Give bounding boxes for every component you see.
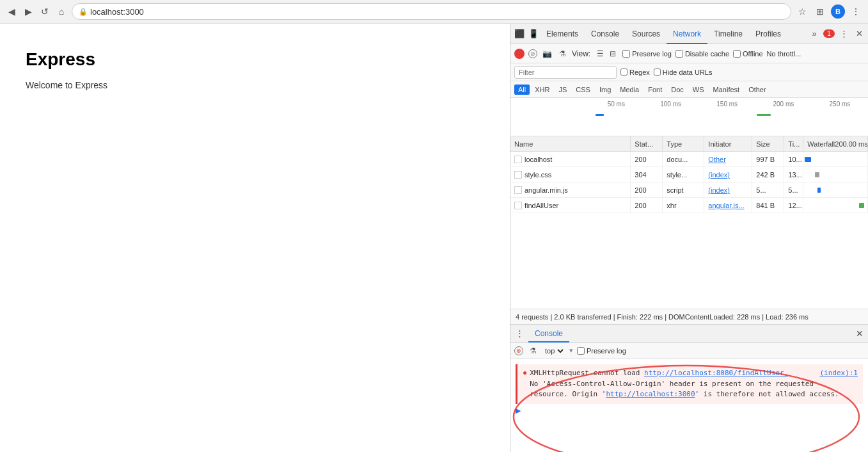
more-tabs-button[interactable]: » xyxy=(808,28,821,40)
console-tab[interactable]: Console xyxy=(528,325,569,343)
regex-option[interactable]: Regex xyxy=(620,69,650,76)
type-tab-xhr[interactable]: XHR xyxy=(531,85,553,95)
td-status-findalluser: 200 xyxy=(631,198,663,213)
table-row[interactable]: findAllUser 200 xhr angular.js... 841 B … xyxy=(510,198,868,213)
devtools-settings-button[interactable]: ⋮ xyxy=(837,28,850,40)
dropdown-chevron: ▾ xyxy=(569,346,573,355)
row-checkbox xyxy=(514,156,522,163)
preserve-log-label[interactable]: Preserve log xyxy=(622,50,672,58)
console-menu-icon[interactable]: ⋮ xyxy=(513,327,526,340)
console-clear-icon[interactable]: ⊗ xyxy=(514,346,523,355)
error-origin-link[interactable]: http://localhost:3000 xyxy=(606,390,695,398)
td-name-angularjs: angular.min.js xyxy=(510,182,631,197)
disable-cache-checkbox[interactable] xyxy=(675,50,683,58)
waterfall-bar-findalluser xyxy=(859,203,864,208)
list-view-icon[interactable]: ☰ xyxy=(594,48,606,60)
type-tab-all[interactable]: All xyxy=(514,85,530,95)
devtools-panel: ⬛ 📱 Elements Console Sources Network Tim… xyxy=(510,24,868,452)
browser-chrome: ◀ ▶ ↺ ⌂ 🔒 localhost:3000 ☆ ⊞ B ⋮ xyxy=(0,0,868,24)
console-context-select[interactable]: top xyxy=(542,346,565,355)
preserve-log-checkbox[interactable] xyxy=(622,50,630,58)
refresh-button[interactable]: ↺ xyxy=(38,5,51,18)
console-error-line3: resource. Origin 'http://localhost:3000'… xyxy=(530,389,858,400)
status-text: 4 requests | 2.0 KB transferred | Finish… xyxy=(516,313,809,321)
console-panel: ⋮ Console ✕ ⊗ ⚗ top ▾ Preserve log xyxy=(510,324,868,452)
td-time-stylecss: 13... xyxy=(784,167,803,182)
type-tab-js[interactable]: JS xyxy=(555,85,571,95)
td-waterfall-angularjs xyxy=(803,182,868,197)
table-row[interactable]: localhost 200 docu... Other 997 B 10... xyxy=(510,152,868,167)
extension-icon[interactable]: ⊞ xyxy=(813,4,827,19)
error-url-link[interactable]: http://localhost:8080/findAllUser. xyxy=(644,369,788,377)
tab-network[interactable]: Network xyxy=(667,24,707,44)
view-label: View: xyxy=(572,49,590,58)
th-name[interactable]: Name xyxy=(510,136,631,151)
th-time[interactable]: Ti... xyxy=(784,136,803,151)
hide-data-urls-option[interactable]: Hide data URLs xyxy=(654,69,713,76)
type-tab-manifest[interactable]: Manifest xyxy=(709,85,744,95)
td-initiator-angularjs: (index) xyxy=(704,182,752,197)
star-icon[interactable]: ☆ xyxy=(795,4,809,19)
type-tab-css[interactable]: CSS xyxy=(572,85,594,95)
record-button[interactable] xyxy=(514,49,525,59)
profile-avatar[interactable]: B xyxy=(831,4,845,19)
regex-checkbox[interactable] xyxy=(620,69,627,76)
timeline-bar-green xyxy=(757,114,771,116)
type-tab-ws[interactable]: WS xyxy=(689,85,708,95)
offline-label[interactable]: Offline xyxy=(733,50,763,58)
lock-icon: 🔒 xyxy=(79,8,88,16)
type-tab-other[interactable]: Other xyxy=(745,85,770,95)
tab-timeline[interactable]: Timeline xyxy=(707,24,749,44)
table-header: Name Stat... Type Initiator Size Ti... W… xyxy=(510,136,868,152)
tab-sources[interactable]: Sources xyxy=(626,24,667,44)
devtools-device-button[interactable]: 📱 xyxy=(527,28,540,40)
td-initiator-stylecss: (index) xyxy=(704,167,752,182)
th-size[interactable]: Size xyxy=(752,136,784,151)
row-checkbox xyxy=(514,186,522,194)
th-waterfall[interactable]: Waterfall 200.00 ms ▲ xyxy=(803,136,868,151)
type-tab-media[interactable]: Media xyxy=(616,85,643,95)
th-type[interactable]: Type xyxy=(663,136,704,151)
table-row[interactable]: angular.min.js 200 script (index) 5... 5… xyxy=(510,182,868,198)
console-preserve-log[interactable]: Preserve log xyxy=(577,347,626,355)
tab-elements[interactable]: Elements xyxy=(540,24,585,44)
menu-icon[interactable]: ⋮ xyxy=(849,4,863,19)
td-time-findalluser: 12... xyxy=(784,198,803,213)
waterfall-bar-localhost xyxy=(805,157,811,162)
clear-button[interactable]: ⊘ xyxy=(528,49,537,58)
page-title: Express xyxy=(26,49,484,70)
filter-input[interactable] xyxy=(514,66,617,79)
back-button[interactable]: ◀ xyxy=(5,5,18,18)
tick-150ms: 150 ms xyxy=(716,101,738,108)
timeline-area: 50 ms 100 ms 150 ms 200 ms 250 ms xyxy=(510,98,868,136)
devtools-inspect-button[interactable]: ⬛ xyxy=(513,28,526,40)
table-row[interactable]: style.css 304 style... (index) 242 B 13.… xyxy=(510,167,868,182)
address-bar[interactable]: 🔒 localhost:3000 xyxy=(72,3,791,20)
tick-50ms: 50 ms xyxy=(608,101,625,108)
error-icon: ● xyxy=(523,368,527,377)
console-preserve-log-checkbox[interactable] xyxy=(577,347,585,355)
type-tab-img[interactable]: Img xyxy=(596,85,615,95)
forward-button[interactable]: ▶ xyxy=(22,5,35,18)
error-line-ref[interactable]: (index):1 xyxy=(819,368,858,379)
disable-cache-label[interactable]: Disable cache xyxy=(675,50,729,58)
console-filter-icon[interactable]: ⚗ xyxy=(527,345,539,357)
camera-icon[interactable]: 📷 xyxy=(541,48,553,60)
no-throttle-label: No throttl... xyxy=(767,50,801,58)
td-waterfall-localhost xyxy=(803,152,868,166)
offline-checkbox[interactable] xyxy=(733,50,741,58)
type-tab-doc[interactable]: Doc xyxy=(667,85,688,95)
filter-icon[interactable]: ⚗ xyxy=(556,48,568,60)
tab-profiles[interactable]: Profiles xyxy=(749,24,787,44)
th-status[interactable]: Stat... xyxy=(631,136,663,151)
console-expand-button[interactable]: ▶ xyxy=(516,407,863,415)
hide-data-urls-checkbox[interactable] xyxy=(654,69,661,76)
th-initiator[interactable]: Initiator xyxy=(704,136,752,151)
type-tab-font[interactable]: Font xyxy=(644,85,666,95)
tab-console[interactable]: Console xyxy=(585,24,626,44)
devtools-close-button[interactable]: ✕ xyxy=(853,28,865,40)
home-button[interactable]: ⌂ xyxy=(55,5,68,18)
grid-view-icon[interactable]: ⊟ xyxy=(607,48,619,60)
console-close-button[interactable]: ✕ xyxy=(854,328,865,339)
td-size-stylecss: 242 B xyxy=(752,167,784,182)
